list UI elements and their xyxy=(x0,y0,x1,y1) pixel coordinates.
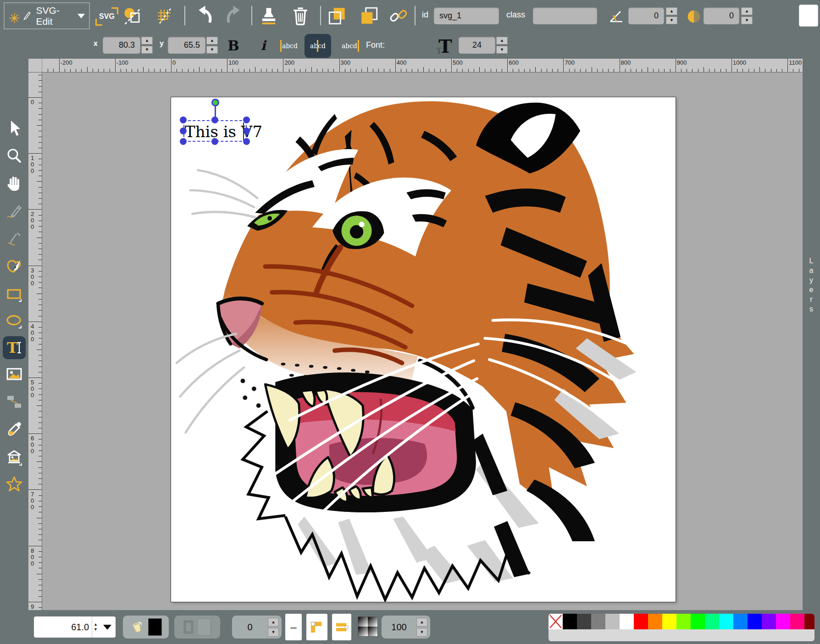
move-to-top-button[interactable] xyxy=(359,6,380,27)
palette-swatch-0000ff[interactable] xyxy=(748,614,762,629)
select-tool-button[interactable] xyxy=(4,118,24,139)
text-tool-button[interactable]: T xyxy=(3,336,26,359)
x-input[interactable] xyxy=(103,37,140,54)
workspace[interactable]: This is V7 xyxy=(42,72,803,610)
opacity-down-button[interactable] xyxy=(416,628,427,637)
edit-source-button[interactable]: SVG xyxy=(94,6,119,27)
pan-tool-button[interactable] xyxy=(4,173,24,194)
move-to-bottom-button[interactable] xyxy=(327,6,348,27)
palette-swatch-bfbfbf[interactable] xyxy=(605,614,620,629)
wireframe-mode-button[interactable] xyxy=(122,5,144,27)
selection-handle-n[interactable] xyxy=(211,117,218,123)
text-anchor-middle-button[interactable]: abcd xyxy=(305,34,331,58)
selection-handle-ne[interactable] xyxy=(243,117,250,123)
text-anchor-end-button[interactable]: abcd xyxy=(338,37,361,55)
x-down-button[interactable] xyxy=(141,46,153,54)
palette-swatch-ff7f00[interactable] xyxy=(648,614,662,629)
main-menu-button[interactable]: ✳ SVG-Edit xyxy=(4,2,90,29)
y-input[interactable] xyxy=(168,37,205,54)
zoom-tool-button[interactable] xyxy=(4,146,24,166)
font-size-up-button[interactable] xyxy=(496,37,508,44)
stroke-color-control[interactable] xyxy=(174,616,220,638)
delete-button[interactable] xyxy=(289,4,312,27)
pencil-tool-button[interactable] xyxy=(4,202,24,222)
palette-swatch-none[interactable] xyxy=(549,614,563,629)
eyedropper-tool-button[interactable] xyxy=(4,419,24,439)
bold-button[interactable]: B xyxy=(223,35,244,56)
ruler-tick xyxy=(59,59,60,72)
blur-up-button[interactable] xyxy=(741,7,753,15)
stroke-width-up-button[interactable] xyxy=(268,618,279,627)
redo-button[interactable] xyxy=(223,4,247,28)
palette-swatch-00ff00[interactable] xyxy=(691,614,705,629)
path-tool-button[interactable] xyxy=(4,256,24,276)
selection-handle-se[interactable] xyxy=(243,138,250,145)
selection-handle-sw[interactable] xyxy=(180,138,187,145)
quick-color-swatch[interactable] xyxy=(799,5,818,27)
angle-up-button[interactable] xyxy=(666,7,677,15)
connector-tool-button[interactable] xyxy=(4,392,24,412)
selection-handle-nw[interactable] xyxy=(180,117,187,123)
palette-swatch-ff007f[interactable] xyxy=(790,614,804,629)
ruler-tick xyxy=(211,69,211,72)
stroke-width-down-button[interactable] xyxy=(268,628,279,637)
opacity-gradient-button[interactable] xyxy=(358,616,378,637)
link-button[interactable] xyxy=(388,6,409,27)
palette-swatch-7f00ff[interactable] xyxy=(762,614,776,629)
fill-color-swatch[interactable] xyxy=(148,618,162,636)
palette-swatch-00ffff[interactable] xyxy=(719,614,733,629)
id-input[interactable] xyxy=(434,7,499,24)
svg-canvas[interactable]: This is V7 xyxy=(171,97,676,602)
palette-swatch-7fff00[interactable] xyxy=(676,614,691,629)
x-up-button[interactable] xyxy=(141,37,153,44)
palette-swatch-007fff[interactable] xyxy=(733,614,748,629)
zoom-up-button[interactable]: ▲ xyxy=(94,622,98,627)
class-input[interactable] xyxy=(533,7,597,24)
opacity-input[interactable] xyxy=(382,622,416,633)
palette-swatch-3f3f3f[interactable] xyxy=(577,614,591,629)
selection-handle-w[interactable] xyxy=(180,128,187,134)
linejoin-button[interactable] xyxy=(306,614,327,640)
zoom-dropdown-icon[interactable] xyxy=(103,625,111,630)
palette-swatch-000000[interactable] xyxy=(563,614,577,629)
grid-snap-button[interactable] xyxy=(154,6,174,26)
stroke-width-input[interactable] xyxy=(232,622,268,633)
shape-library-button[interactable] xyxy=(4,447,24,467)
zoom-down-button[interactable]: ▼ xyxy=(94,627,98,632)
palette-swatch-ff0000[interactable] xyxy=(634,614,648,629)
undo-button[interactable] xyxy=(192,4,216,28)
image-tool-button[interactable] xyxy=(4,364,24,384)
rectangle-tool-button[interactable] xyxy=(4,284,24,305)
font-size-input[interactable] xyxy=(459,37,495,54)
angle-input[interactable] xyxy=(628,7,664,24)
layers-panel-toggle[interactable]: L a y e r s xyxy=(803,59,820,610)
palette-swatch-ffff00[interactable] xyxy=(662,614,676,629)
italic-button[interactable]: i xyxy=(255,35,271,56)
opacity-up-button[interactable] xyxy=(416,618,427,627)
angle-down-button[interactable] xyxy=(666,17,677,24)
palette-swatch-7f7f7f[interactable] xyxy=(591,614,605,629)
y-up-button[interactable] xyxy=(206,37,218,44)
linecap-button[interactable] xyxy=(332,614,351,640)
blur-input[interactable] xyxy=(704,7,739,24)
ellipse-tool-button[interactable] xyxy=(4,311,24,331)
palette-swatch-ffffff[interactable] xyxy=(620,614,634,629)
rotation-handle[interactable] xyxy=(211,99,219,106)
stroke-dash-button[interactable]: – xyxy=(285,614,302,640)
y-down-button[interactable] xyxy=(206,46,218,54)
star-tool-button[interactable] xyxy=(4,474,24,494)
font-size-down-button[interactable] xyxy=(496,46,508,54)
text-anchor-start-button[interactable]: abcd xyxy=(278,37,302,55)
line-tool-button[interactable] xyxy=(4,228,24,249)
ruler-tick xyxy=(659,69,659,72)
fill-color-control[interactable] xyxy=(123,616,169,638)
zoom-input[interactable] xyxy=(34,622,92,633)
palette-swatch-00ff7f[interactable] xyxy=(705,614,719,629)
stroke-color-swatch[interactable] xyxy=(197,618,211,636)
selection-handle-e[interactable] xyxy=(243,128,250,134)
blur-down-button[interactable] xyxy=(741,17,753,24)
palette-swatch-ff00ff[interactable] xyxy=(776,614,790,629)
palette-swatch-7f0000[interactable] xyxy=(804,614,814,629)
clone-button[interactable] xyxy=(258,5,280,27)
selection-handle-s[interactable] xyxy=(211,138,218,145)
